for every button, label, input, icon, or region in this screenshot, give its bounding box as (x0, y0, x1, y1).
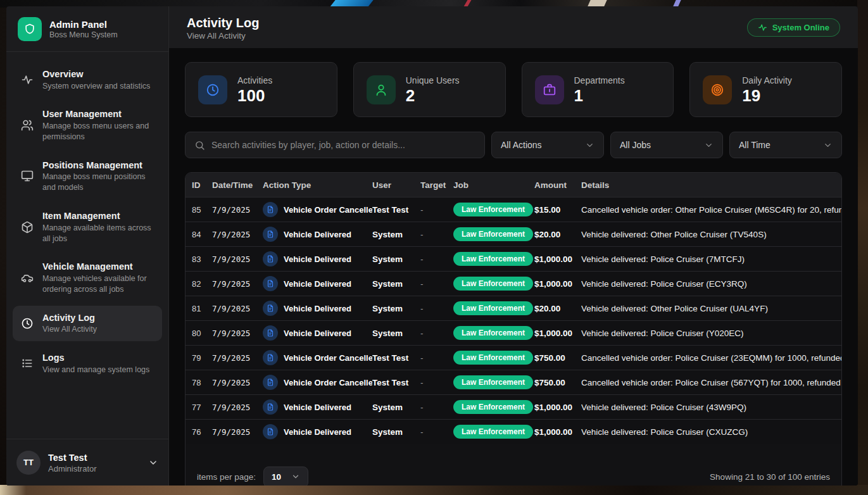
file-text-icon (263, 202, 278, 217)
column-id: ID (192, 180, 212, 190)
cell-amount: $750.00 (534, 378, 581, 387)
list-icon (20, 357, 34, 370)
column-amount: Amount (534, 180, 581, 190)
file-text-icon (263, 375, 278, 390)
search-icon (194, 140, 205, 151)
activity-table: ID Date/Time Action Type User Target Job… (185, 172, 842, 486)
sidebar-item-overview[interactable]: Overview System overview and statistics (13, 62, 162, 97)
sidebar-item-user-management[interactable]: User Management Manage boss menu users a… (13, 102, 162, 148)
search-input[interactable] (211, 140, 475, 150)
action-type-label: Vehicle Delivered (284, 403, 351, 412)
cell-id: 82 (192, 279, 212, 289)
cell-user: System (372, 427, 420, 437)
content: Activities 100 Unique Users 2 (169, 48, 858, 486)
cell-job: Law Enforcement (453, 203, 534, 216)
file-text-icon (263, 301, 278, 316)
table-row: 76 7/9/2025 Vehicle Delivered System - L… (186, 419, 841, 444)
cell-datetime: 7/9/2025 (212, 230, 263, 239)
file-text-icon (263, 276, 278, 291)
items-per-page-select[interactable]: 10 (263, 467, 308, 486)
cell-id: 79 (192, 353, 212, 363)
cell-details: Vehicle delivered: Police Cruiser (CXUZC… (581, 427, 841, 437)
table-row: 80 7/9/2025 Vehicle Delivered System - L… (186, 320, 841, 345)
cell-amount: $750.00 (534, 353, 581, 363)
cell-amount: $1,000.00 (534, 254, 581, 264)
job-badge: Law Enforcement (453, 375, 533, 389)
brand-subtitle: Boss Menu System (49, 30, 118, 39)
cell-id: 81 (192, 304, 212, 313)
cell-action-type: Vehicle Order Cancelled (263, 350, 372, 365)
cell-datetime: 7/9/2025 (212, 403, 263, 412)
cell-amount: $1,000.00 (534, 279, 581, 289)
job-badge: Law Enforcement (453, 203, 533, 216)
actions-filter-dropdown[interactable]: All Actions (491, 132, 604, 158)
sidebar-item-activity-log[interactable]: Activity Log View All Activity (13, 306, 162, 341)
shield-icon (18, 17, 42, 41)
cell-amount: $15.00 (534, 205, 581, 215)
cell-datetime: 7/9/2025 (212, 353, 263, 363)
status-badge: System Online (747, 18, 840, 37)
cell-amount: $20.00 (534, 304, 581, 313)
cell-job: Law Enforcement (453, 375, 534, 389)
action-type-label: Vehicle Delivered (284, 279, 351, 289)
action-type-label: Vehicle Delivered (284, 254, 351, 264)
action-type-label: Vehicle Delivered (284, 304, 351, 313)
table-row: 85 7/9/2025 Vehicle Order Cancelled Test… (186, 197, 841, 222)
monitor-icon (20, 170, 34, 182)
cell-datetime: 7/9/2025 (212, 205, 263, 215)
cell-action-type: Vehicle Delivered (263, 227, 372, 242)
cell-user: System (372, 329, 420, 338)
job-badge: Law Enforcement (453, 326, 533, 340)
pagination-bar: items per page: 10 Showing 21 to 30 of 1… (186, 463, 841, 486)
table-body: 85 7/9/2025 Vehicle Order Cancelled Test… (186, 197, 841, 444)
column-target: Target (420, 180, 453, 190)
cell-target: - (420, 329, 453, 338)
cell-job: Law Enforcement (453, 351, 534, 365)
stat-card-unique-users: Unique Users 2 (353, 62, 506, 117)
cell-datetime: 7/9/2025 (212, 279, 263, 289)
chevron-down-icon (823, 141, 833, 150)
sidebar-item-logs[interactable]: Logs View and manage system logs (13, 346, 162, 381)
chevron-down-icon (291, 472, 300, 481)
cell-datetime: 7/9/2025 (212, 254, 263, 264)
file-text-icon (263, 325, 278, 341)
sidebar-item-vehicle-management[interactable]: Vehicle Management Manage vehicles avail… (13, 254, 162, 301)
cell-target: - (420, 304, 453, 313)
column-user: User (372, 180, 420, 190)
time-filter-dropdown[interactable]: All Time (729, 132, 842, 158)
cell-action-type: Vehicle Delivered (263, 276, 372, 291)
job-badge: Law Enforcement (453, 277, 533, 291)
sidebar-item-item-management[interactable]: Item Management Manage available items a… (13, 204, 162, 250)
jobs-filter-dropdown[interactable]: All Jobs (610, 132, 723, 158)
main-area: Activity Log View All Activity System On… (169, 6, 858, 486)
cell-target: - (420, 254, 453, 264)
cell-job: Law Enforcement (453, 326, 534, 340)
brand-header: Admin Panel Boss Menu System (6, 6, 168, 52)
cell-id: 77 (192, 403, 212, 412)
cell-id: 78 (192, 378, 212, 387)
cell-user: System (372, 230, 420, 239)
job-badge: Law Enforcement (453, 301, 533, 315)
cell-target: - (420, 230, 453, 239)
cell-details: Vehicle delivered: Police Cruiser (Y020E… (581, 329, 841, 338)
cell-details: Cancelled vehicle order: Other Police Cr… (581, 205, 841, 215)
users-icon (20, 119, 34, 132)
cell-target: - (420, 279, 453, 289)
chevron-down-icon[interactable] (148, 458, 158, 468)
sidebar: Admin Panel Boss Menu System Overview Sy… (6, 6, 169, 486)
cell-job: Law Enforcement (453, 400, 534, 414)
clock-icon (20, 317, 34, 330)
page-subtitle: View All Activity (187, 31, 259, 41)
user-role: Administrator (48, 464, 97, 473)
cell-target: - (420, 427, 453, 437)
cell-job: Law Enforcement (453, 252, 534, 266)
sidebar-item-positions-management[interactable]: Positions Management Manage boss menu po… (13, 153, 162, 199)
filter-bar: All Actions All Jobs All Time (185, 132, 842, 158)
column-job: Job (453, 180, 534, 190)
cell-action-type: Vehicle Delivered (263, 424, 372, 439)
stat-card-activities: Activities 100 (185, 62, 337, 117)
cell-target: - (420, 353, 453, 363)
sidebar-user-menu[interactable]: TT Test Test Administrator (6, 439, 168, 486)
stat-cards: Activities 100 Unique Users 2 (185, 62, 842, 117)
user-icon (367, 75, 396, 104)
